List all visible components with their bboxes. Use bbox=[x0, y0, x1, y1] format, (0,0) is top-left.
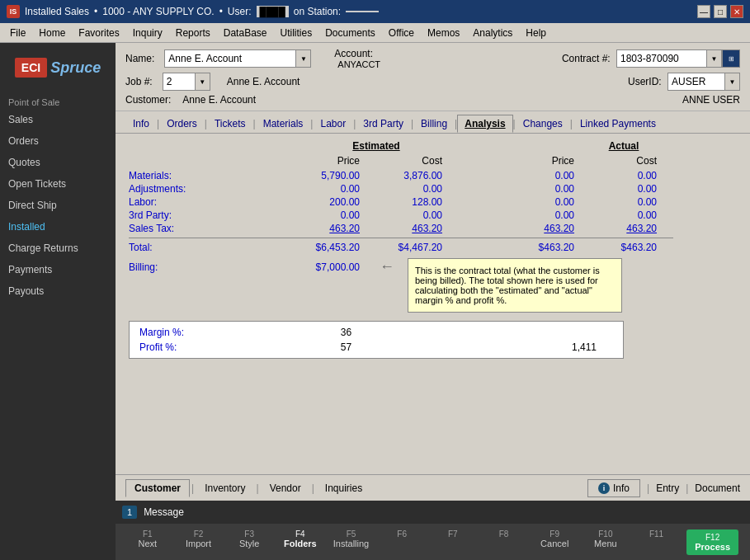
tab-bar: Info|Orders|Tickets|Materials|Labor|3rd … bbox=[116, 111, 750, 134]
fn-key-f10[interactable]: F10Menu bbox=[585, 529, 626, 555]
sidebar-item-open-tickets[interactable]: Open Tickets bbox=[0, 173, 116, 195]
bottom-tab-customer[interactable]: Customer bbox=[125, 479, 190, 497]
fn-key-f6[interactable]: F6 bbox=[381, 529, 422, 555]
fn-key-f2[interactable]: F2Import bbox=[178, 529, 219, 555]
tab-changes[interactable]: Changes bbox=[516, 115, 570, 133]
message-badge: 1 bbox=[122, 506, 137, 519]
spruce-logo: Spruce bbox=[50, 59, 101, 77]
info-tab[interactable]: i Info bbox=[587, 479, 640, 497]
total-label: Total: bbox=[129, 242, 294, 253]
sidebar-item-payouts[interactable]: Payouts bbox=[0, 280, 116, 302]
contract-input[interactable] bbox=[616, 49, 707, 68]
estimated-header: Estimated bbox=[294, 140, 459, 152]
menu-item-reports[interactable]: Reports bbox=[169, 26, 217, 40]
content-area: Name: ▼ Account: ANYACCT Contract #: ▼ ⊞ bbox=[116, 43, 750, 560]
minimize-button[interactable]: — bbox=[697, 5, 710, 18]
name-input[interactable] bbox=[164, 49, 296, 68]
price-header-act: Price bbox=[508, 155, 591, 167]
close-button[interactable]: ✕ bbox=[730, 5, 743, 18]
tab-orders[interactable]: Orders bbox=[159, 115, 205, 133]
fn-key-f9[interactable]: F9Cancel bbox=[534, 529, 575, 555]
row-label-4: Sales Tax: bbox=[129, 223, 294, 234]
menu-item-utilities[interactable]: Utilities bbox=[273, 26, 318, 40]
margin-label: Margin %: bbox=[139, 327, 303, 338]
account-value: ANYACCT bbox=[337, 59, 380, 69]
user-label: User: bbox=[228, 6, 252, 17]
bottom-tab-inventory[interactable]: Inventory bbox=[196, 479, 254, 497]
info-tab-label: Info bbox=[613, 482, 630, 494]
margin-act-value bbox=[531, 327, 613, 338]
tab-materials[interactable]: Materials bbox=[256, 115, 311, 133]
job-input[interactable] bbox=[163, 73, 196, 91]
row-est-cost-2: 128.00 bbox=[376, 196, 459, 208]
row-label-2: Labor: bbox=[129, 196, 294, 208]
userid-input[interactable] bbox=[667, 73, 725, 91]
fn-key-f5[interactable]: F5Installing bbox=[331, 529, 372, 555]
name-dropdown-btn[interactable]: ▼ bbox=[296, 49, 311, 68]
analysis-row-0: Materials: 5,790.00 3,876.00 0.00 0.00 bbox=[129, 170, 737, 181]
menu-item-help[interactable]: Help bbox=[519, 26, 553, 40]
tab-3rd-party[interactable]: 3rd Party bbox=[356, 115, 411, 133]
fn-key-f3[interactable]: F3Style bbox=[229, 529, 270, 555]
menu-item-office[interactable]: Office bbox=[382, 26, 421, 40]
sidebar-item-installed[interactable]: Installed bbox=[0, 216, 116, 238]
fn-key-f8[interactable]: F8 bbox=[483, 529, 525, 555]
contract-dropdown-btn[interactable]: ▼ bbox=[707, 49, 722, 68]
status-bar: 1 Message bbox=[116, 501, 750, 524]
userid-dropdown-btn[interactable]: ▼ bbox=[725, 73, 740, 91]
tab-billing[interactable]: Billing bbox=[413, 115, 455, 133]
fn-name-f4: Folders bbox=[284, 539, 317, 548]
tab-tickets[interactable]: Tickets bbox=[207, 115, 253, 133]
sidebar-item-direct-ship[interactable]: Direct Ship bbox=[0, 195, 116, 216]
menu-item-home[interactable]: Home bbox=[32, 26, 72, 40]
menu-item-favorites[interactable]: Favorites bbox=[72, 26, 125, 40]
menu-item-database[interactable]: DataBase bbox=[217, 26, 274, 40]
sidebar-item-charge-returns[interactable]: Charge Returns bbox=[0, 238, 116, 259]
contract-grid-btn[interactable]: ⊞ bbox=[722, 49, 740, 68]
analysis-row-4: Sales Tax: 463.20 463.20 463.20 463.20 bbox=[129, 223, 737, 234]
fn-name-f10: Menu bbox=[594, 539, 617, 548]
bottom-right-sep1: | bbox=[647, 482, 649, 494]
main-content: Estimated Actual Price Cost Price Cost M… bbox=[116, 134, 750, 474]
row-est-price-4: 463.20 bbox=[294, 223, 376, 234]
tab-labor[interactable]: Labor bbox=[313, 115, 353, 133]
fn-key-f1[interactable]: F1Next bbox=[127, 529, 168, 555]
customer-name: Anne E. Account bbox=[182, 94, 256, 106]
fn-key-f7[interactable]: F7 bbox=[432, 529, 474, 555]
menu-item-file[interactable]: File bbox=[3, 26, 32, 40]
sidebar-item-payments[interactable]: Payments bbox=[0, 259, 116, 280]
fn-key-f12[interactable]: F12Process bbox=[686, 529, 738, 555]
fn-label-f2: F2 bbox=[194, 529, 204, 539]
sidebar-item-quotes[interactable]: Quotes bbox=[0, 152, 116, 173]
fn-label-f9: F9 bbox=[550, 529, 559, 539]
sidebar-item-orders[interactable]: Orders bbox=[0, 130, 116, 152]
total-est-price: $6,453.20 bbox=[294, 242, 376, 253]
row-act-price-4: 463.20 bbox=[508, 223, 591, 234]
bottom-tab-inquiries[interactable]: Inquiries bbox=[316, 479, 371, 497]
sidebar-item-sales[interactable]: Sales bbox=[0, 109, 116, 130]
fn-key-f11[interactable]: F11 bbox=[636, 529, 677, 555]
margin-profit-box: Margin %: 36 Profit %: 57 1,411 bbox=[129, 321, 624, 359]
row-act-cost-2: 0.00 bbox=[591, 196, 673, 208]
row-act-price-2: 0.00 bbox=[508, 196, 591, 208]
tab-info[interactable]: Info bbox=[125, 115, 157, 133]
maximize-button[interactable]: □ bbox=[714, 5, 727, 18]
menu-item-memos[interactable]: Memos bbox=[421, 26, 466, 40]
job-dropdown-btn[interactable]: ▼ bbox=[196, 73, 210, 91]
menu-item-documents[interactable]: Documents bbox=[318, 26, 382, 40]
entry-tab[interactable]: Entry bbox=[656, 482, 679, 494]
row-act-price-3: 0.00 bbox=[508, 209, 591, 221]
bottom-tab-vendor[interactable]: Vendor bbox=[261, 479, 310, 497]
document-tab[interactable]: Document bbox=[695, 482, 740, 494]
user-name: ANNE USER bbox=[682, 94, 740, 106]
userid-label: UserID: bbox=[628, 76, 662, 87]
menu-item-inquiry[interactable]: Inquiry bbox=[126, 26, 169, 40]
cost-header-est: Cost bbox=[376, 155, 459, 167]
profit-label: Profit %: bbox=[139, 341, 303, 353]
sidebar-section-label: Point of Sale bbox=[0, 92, 116, 109]
tab-analysis[interactable]: Analysis bbox=[457, 115, 512, 133]
fn-key-f4[interactable]: F4Folders bbox=[280, 529, 321, 555]
tab-linked-payments[interactable]: Linked Payments bbox=[573, 115, 663, 133]
name-label: Name: bbox=[125, 53, 154, 64]
menu-item-analytics[interactable]: Analytics bbox=[466, 26, 519, 40]
